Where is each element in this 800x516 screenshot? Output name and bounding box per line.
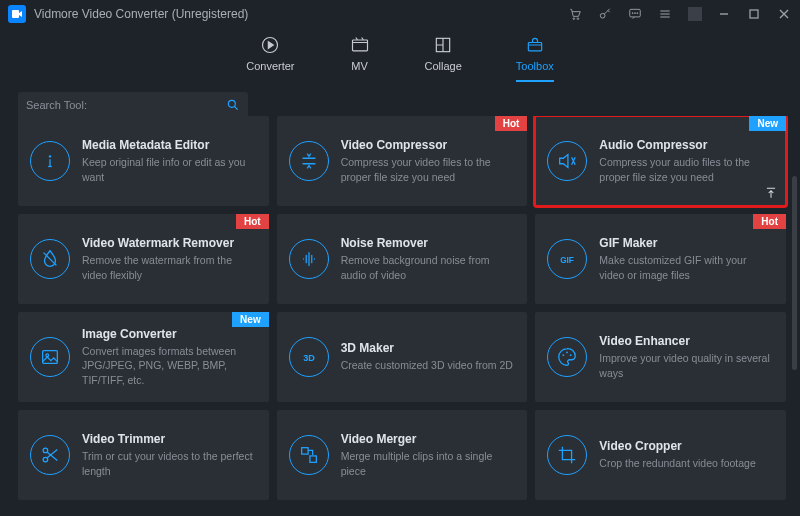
tool-title: Video Enhancer	[599, 334, 774, 348]
svg-rect-25	[310, 456, 316, 462]
hot-badge: Hot	[753, 214, 786, 229]
tool-card-video-watermark-remover[interactable]: HotVideo Watermark RemoverRemove the wat…	[18, 214, 269, 304]
tool-title: Audio Compressor	[599, 138, 774, 152]
tool-title: Noise Remover	[341, 236, 516, 250]
tool-title: Video Trimmer	[82, 432, 257, 446]
tool-description: Improve your video quality in several wa…	[599, 351, 774, 379]
search-tool[interactable]	[18, 92, 248, 118]
tab-toolbox[interactable]: Toolbox	[516, 34, 554, 82]
tool-description: Remove background noise from audio of vi…	[341, 253, 516, 281]
info-icon	[30, 141, 70, 181]
svg-point-22	[43, 448, 48, 453]
key-icon[interactable]	[598, 7, 612, 21]
gif-icon: GIF	[547, 239, 587, 279]
tool-card-noise-remover[interactable]: Noise RemoverRemove background noise fro…	[277, 214, 528, 304]
svg-point-21	[570, 354, 572, 356]
svg-rect-16	[43, 351, 58, 364]
collage-icon	[432, 34, 454, 56]
svg-point-13	[228, 100, 235, 107]
merge-icon	[289, 435, 329, 475]
search-icon[interactable]	[226, 98, 240, 112]
tool-card-audio-compressor[interactable]: NewAudio CompressorCompress your audio f…	[535, 116, 786, 206]
tool-description: Crop the redundant video footage	[599, 456, 774, 470]
svg-rect-8	[750, 10, 758, 18]
window-title: Vidmore Video Converter (Unregistered)	[34, 7, 248, 21]
menu-icon[interactable]	[658, 7, 672, 21]
tool-card-video-cropper[interactable]: Video CropperCrop the redundant video fo…	[535, 410, 786, 500]
svg-point-7	[637, 13, 638, 14]
toolbox-icon	[524, 34, 546, 56]
tool-title: Video Watermark Remover	[82, 236, 257, 250]
noise-icon	[289, 239, 329, 279]
upload-icon[interactable]	[764, 186, 778, 200]
audio-icon	[547, 141, 587, 181]
drop-icon	[30, 239, 70, 279]
scissors-icon	[30, 435, 70, 475]
tool-description: Remove the watermark from the video flex…	[82, 253, 257, 281]
tool-description: Create customized 3D video from 2D	[341, 358, 516, 372]
svg-text:3D: 3D	[303, 353, 315, 363]
svg-point-3	[600, 13, 605, 18]
feedback-icon[interactable]	[628, 7, 642, 21]
converter-icon	[259, 34, 281, 56]
svg-text:GIF: GIF	[560, 256, 574, 265]
tool-title: Video Compressor	[341, 138, 516, 152]
titlebar: Vidmore Video Converter (Unregistered)	[0, 0, 800, 28]
compress-icon	[289, 141, 329, 181]
tool-card-3d-maker[interactable]: 3D3D MakerCreate customized 3D video fro…	[277, 312, 528, 402]
cart-icon[interactable]	[568, 7, 582, 21]
svg-point-19	[563, 354, 565, 356]
tool-description: Convert images formats between JPG/JPEG,…	[82, 344, 257, 387]
new-badge: New	[749, 116, 786, 131]
tool-card-video-trimmer[interactable]: Video TrimmerTrim or cut your videos to …	[18, 410, 269, 500]
tool-title: Video Cropper	[599, 439, 774, 453]
app-logo	[8, 5, 26, 23]
image-icon	[30, 337, 70, 377]
tool-card-image-converter[interactable]: NewImage ConverterConvert images formats…	[18, 312, 269, 402]
svg-point-1	[573, 18, 575, 20]
maximize-button[interactable]	[748, 8, 762, 20]
svg-rect-0	[12, 10, 19, 18]
hot-badge: Hot	[236, 214, 269, 229]
crop-icon	[547, 435, 587, 475]
search-input[interactable]	[26, 99, 226, 111]
tool-description: Keep original file info or edit as you w…	[82, 155, 257, 183]
tool-description: Compress your audio files to the proper …	[599, 155, 774, 183]
tool-title: Video Merger	[341, 432, 516, 446]
tool-description: Compress your video files to the proper …	[341, 155, 516, 183]
close-button[interactable]	[778, 8, 792, 20]
tab-converter[interactable]: Converter	[246, 34, 294, 82]
tool-card-video-enhancer[interactable]: Video EnhancerImprove your video quality…	[535, 312, 786, 402]
tool-title: Media Metadata Editor	[82, 138, 257, 152]
svg-point-2	[577, 18, 579, 20]
svg-point-20	[566, 352, 568, 354]
tab-mv[interactable]: MV	[349, 34, 371, 82]
tool-grid: Media Metadata EditorKeep original file …	[0, 116, 800, 500]
scrollbar[interactable]	[792, 176, 797, 370]
svg-rect-12	[528, 43, 541, 51]
new-badge: New	[232, 312, 269, 327]
separator	[688, 7, 702, 21]
tool-card-media-metadata-editor[interactable]: Media Metadata EditorKeep original file …	[18, 116, 269, 206]
tool-title: GIF Maker	[599, 236, 774, 250]
palette-icon	[547, 337, 587, 377]
minimize-button[interactable]	[718, 8, 732, 20]
tool-description: Make customized GIF with your video or i…	[599, 253, 774, 281]
tool-description: Trim or cut your videos to the perfect l…	[82, 449, 257, 477]
3d-icon: 3D	[289, 337, 329, 377]
svg-point-5	[632, 13, 633, 14]
tool-title: Image Converter	[82, 327, 257, 341]
svg-rect-24	[301, 448, 307, 454]
tab-collage[interactable]: Collage	[425, 34, 462, 82]
svg-point-23	[43, 457, 48, 462]
main-tabs: Converter MV Collage Toolbox	[0, 28, 800, 82]
tool-title: 3D Maker	[341, 341, 516, 355]
tool-card-video-compressor[interactable]: HotVideo CompressorCompress your video f…	[277, 116, 528, 206]
svg-point-14	[49, 155, 51, 157]
tool-card-gif-maker[interactable]: HotGIFGIF MakerMake customized GIF with …	[535, 214, 786, 304]
svg-point-6	[635, 13, 636, 14]
mv-icon	[349, 34, 371, 56]
tool-card-video-merger[interactable]: Video MergerMerge multiple clips into a …	[277, 410, 528, 500]
svg-rect-10	[352, 40, 367, 51]
tool-description: Merge multiple clips into a single piece	[341, 449, 516, 477]
